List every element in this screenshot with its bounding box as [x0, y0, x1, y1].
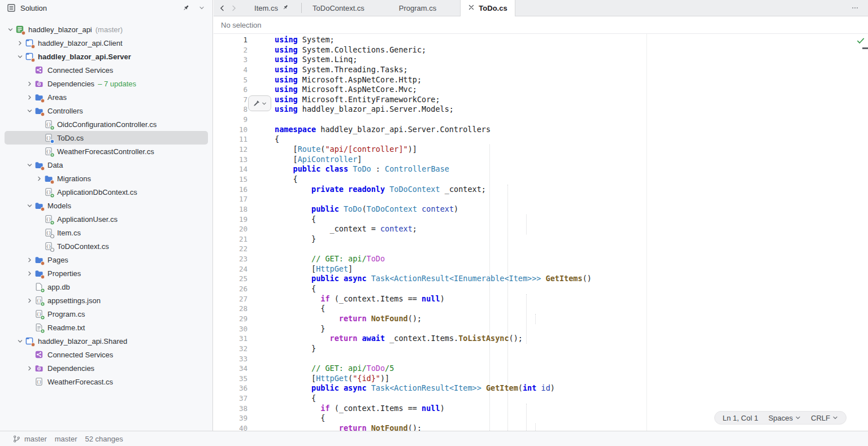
line-number[interactable]: 10	[214, 125, 248, 135]
code-line[interactable]: 36 public async Task<ActionResult<Item>>…	[214, 383, 868, 393]
chevron-down-icon[interactable]	[25, 201, 34, 210]
tree-item-item-cs[interactable]: {}Item.cs	[5, 226, 208, 239]
code-line[interactable]: 15 {	[214, 174, 868, 185]
line-number[interactable]: 7	[214, 95, 248, 105]
line-number[interactable]: 12	[214, 145, 248, 155]
branch-tracking[interactable]: master	[55, 435, 77, 443]
line-number[interactable]: 25	[214, 274, 248, 284]
line-number[interactable]: 16	[214, 185, 248, 195]
code-editor[interactable]: 1using System;2using System.Collections.…	[214, 34, 868, 431]
pin-icon[interactable]	[181, 3, 191, 13]
code-line[interactable]: 8using haddley_blazor_api.Server.Models;	[214, 104, 868, 115]
tree-item-pages[interactable]: Pages	[5, 253, 208, 266]
code-line[interactable]: 4using System.Threading.Tasks;	[214, 65, 868, 75]
tree-item-appsettings-json[interactable]: {}appsettings.json	[5, 294, 208, 307]
tree-item-haddley-blazor-api-server[interactable]: haddley_blazor_api.Server	[5, 50, 208, 63]
code-line[interactable]: 24 [HttpGet]	[214, 264, 868, 274]
tree-item-data[interactable]: Data	[5, 158, 208, 172]
tab-program-cs[interactable]: Program.cs	[375, 0, 460, 16]
tab-list-more-icon[interactable]	[850, 3, 860, 13]
tree-item-dependencies[interactable]: Dependencies	[5, 361, 208, 375]
tree-item-connected-services[interactable]: Connected Services	[5, 348, 208, 361]
code-line[interactable]: 28 {	[214, 304, 868, 314]
line-number[interactable]: 3	[214, 55, 248, 65]
code-line[interactable]: 23 // GET: api/ToDo	[214, 254, 868, 264]
line-number[interactable]: 32	[214, 344, 248, 354]
code-line[interactable]: 31 return await _context.Items.ToListAsy…	[214, 334, 868, 344]
code-line[interactable]: 27 if (_context.Items == null)	[214, 294, 868, 304]
line-number[interactable]: 8	[214, 104, 248, 115]
code-line[interactable]: 7using Microsoft.EntityFrameworkCore;	[214, 95, 868, 105]
chevron-right-icon[interactable]	[15, 38, 25, 47]
line-number[interactable]: 9	[214, 115, 248, 125]
tree-item-dependencies[interactable]: Dependencies– 7 updates	[5, 77, 208, 90]
code-line[interactable]: 21 }	[214, 234, 868, 244]
chevron-right-icon[interactable]	[25, 79, 34, 88]
chevron-right-icon[interactable]	[25, 296, 34, 305]
line-number[interactable]: 38	[214, 404, 248, 414]
line-number[interactable]: 37	[214, 393, 248, 404]
chevron-down-icon[interactable]	[25, 160, 34, 169]
line-ending-selector[interactable]: CRLF	[811, 414, 838, 422]
tab-todocontext-cs[interactable]: ToDoContext.cs	[302, 0, 375, 16]
code-line[interactable]: 33	[214, 354, 868, 364]
tree-item-applicationdbcontext-cs[interactable]: {}ApplicationDbContext.cs	[5, 185, 208, 199]
line-number[interactable]: 14	[214, 164, 248, 174]
code-line[interactable]: 18 public ToDo(ToDoContext context)	[214, 204, 868, 215]
tree-item-todocontext-cs[interactable]: {}ToDoContext.cs	[5, 239, 208, 253]
chevron-down-icon[interactable]	[15, 336, 25, 346]
chevron-right-icon[interactable]	[25, 269, 34, 278]
line-number[interactable]: 2	[214, 45, 248, 55]
code-line[interactable]: 35 [HttpGet("{id}")]	[214, 374, 868, 384]
code-line[interactable]: 32 }	[214, 344, 868, 354]
line-number[interactable]: 33	[214, 354, 248, 364]
code-line[interactable]: 26 {	[214, 284, 868, 294]
tree-item-applicationuser-cs[interactable]: {}ApplicationUser.cs	[5, 212, 208, 226]
code-line[interactable]: 16 private readonly ToDoContext _context…	[214, 185, 868, 195]
code-line[interactable]: 34 // GET: api/ToDo/5	[214, 364, 868, 374]
tree-item-areas[interactable]: Areas	[5, 90, 208, 104]
code-line[interactable]: 12 [Route("api/[controller]")]	[214, 145, 868, 155]
code-line[interactable]: 20 _context = context;	[214, 224, 868, 234]
caret-position[interactable]: Ln 1, Col 1	[723, 414, 758, 422]
line-number[interactable]: 5	[214, 75, 248, 85]
tree-item-haddley-blazor-api-shared[interactable]: haddley_blazor_api.Shared	[5, 334, 208, 348]
chevron-down-icon[interactable]	[15, 52, 25, 61]
tree-item-connected-services[interactable]: Connected Services	[5, 63, 208, 77]
line-number[interactable]: 18	[214, 204, 248, 215]
tree-item-app-db[interactable]: app.db	[5, 280, 208, 294]
tree-item-haddley-blazor-api[interactable]: haddley_blazor_api(master)	[5, 23, 208, 36]
chevron-down-icon[interactable]	[25, 106, 34, 115]
chevron-right-icon[interactable]	[25, 364, 34, 373]
inspections-ok-check-icon[interactable]	[856, 36, 865, 45]
line-number[interactable]: 19	[214, 215, 248, 225]
line-number[interactable]: 35	[214, 374, 248, 384]
git-branch-widget[interactable]: master	[12, 435, 47, 443]
line-number[interactable]: 21	[214, 234, 248, 244]
line-number[interactable]: 22	[214, 244, 248, 254]
code-line[interactable]: 2using System.Collections.Generic;	[214, 45, 868, 55]
line-number[interactable]: 36	[214, 383, 248, 393]
tree-item-controllers[interactable]: Controllers	[5, 104, 208, 117]
tree-item-haddley-blazor-api-client[interactable]: haddley_blazor_api.Client	[5, 36, 208, 50]
hide-panel-chevron-icon[interactable]	[197, 3, 207, 13]
code-line[interactable]: 10namespace haddley_blazor_api.Server.Co…	[214, 125, 868, 135]
code-line[interactable]: 29 return NotFound();	[214, 314, 868, 324]
code-line[interactable]: 13 [ApiController]	[214, 155, 868, 165]
line-number[interactable]: 13	[214, 155, 248, 165]
tab-todo-cs[interactable]: ToDo.cs	[460, 0, 515, 16]
chevron-down-icon[interactable]	[6, 25, 15, 34]
code-line[interactable]: 37 {	[214, 393, 868, 404]
indent-style-selector[interactable]: Spaces	[769, 414, 801, 422]
chevron-right-icon[interactable]	[25, 255, 34, 264]
tree-item-properties[interactable]: Properties	[5, 266, 208, 280]
line-number[interactable]: 27	[214, 294, 248, 304]
code-line[interactable]: 22	[214, 244, 868, 254]
line-number[interactable]: 39	[214, 413, 248, 423]
line-number[interactable]: 26	[214, 284, 248, 294]
tab-item-cs[interactable]: Item.cs	[242, 0, 301, 16]
line-number[interactable]: 17	[214, 194, 248, 204]
close-tab-icon[interactable]	[468, 4, 475, 12]
tree-item-todo-cs[interactable]: {}ToDo.cs	[5, 131, 208, 145]
code-line[interactable]: 25 public async Task<ActionResult<IEnume…	[214, 274, 868, 284]
